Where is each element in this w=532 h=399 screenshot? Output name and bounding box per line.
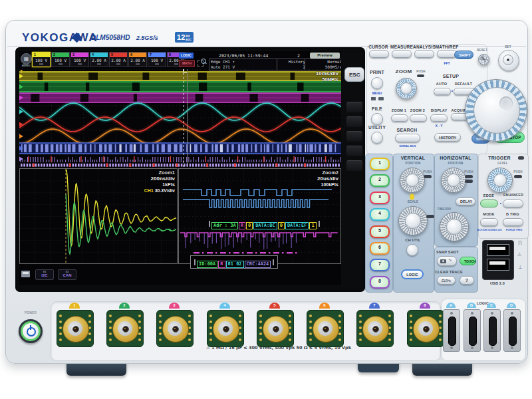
shift-button[interactable]: SHIFT <box>454 51 473 59</box>
force-trig-label: FORCE TRIG <box>503 229 525 231</box>
usb-port-2[interactable] <box>487 259 509 271</box>
channel-2-button[interactable]: 2 <box>370 174 390 187</box>
bnc-contact <box>59 327 62 329</box>
warning-icon: ⚠ <box>517 252 521 257</box>
printer-icon[interactable] <box>21 271 30 277</box>
bnc-pin <box>273 326 279 332</box>
logic-pod-tab-D: D <box>507 303 516 308</box>
ch-util-button[interactable] <box>406 244 418 256</box>
b-trig-label: B TRIG <box>501 212 525 216</box>
channel-5-button[interactable]: 5 <box>370 225 390 238</box>
channel-number: 4 <box>90 53 108 57</box>
edge-button[interactable] <box>480 200 498 207</box>
history-button[interactable]: HISTORY <box>434 133 461 142</box>
channel-scale-value: 2.00 A <box>90 58 108 63</box>
action-gonogo-label: ACTION GO/NO-GO <box>477 229 502 231</box>
channel-number: 1 <box>33 53 50 57</box>
bnc-pin <box>172 326 179 332</box>
delay-button[interactable]: DELAY <box>456 198 475 205</box>
channel-badge-5[interactable]: 52.00 A <box>109 52 128 67</box>
channel-6-button[interactable]: 6 <box>370 242 390 255</box>
auto-button[interactable] <box>434 88 451 95</box>
math-badge[interactable]: MATH <box>179 60 195 67</box>
decode1-segment: R <box>239 222 245 229</box>
b-trig-button[interactable] <box>503 218 523 226</box>
file-button[interactable] <box>371 113 383 125</box>
file-label: FILE <box>369 106 385 112</box>
zoom1-button[interactable] <box>391 114 408 122</box>
enhanced-button[interactable] <box>503 200 523 207</box>
channel-7-button[interactable]: 7 <box>370 259 390 271</box>
bus-type: I2C <box>36 273 53 278</box>
softkey-5[interactable] <box>346 160 362 171</box>
channel-badge-1[interactable]: 1100 V <box>32 52 51 67</box>
time-div-label: TIME/DIV <box>434 208 454 211</box>
display-button[interactable] <box>430 114 448 122</box>
analysis-button[interactable] <box>414 50 434 58</box>
channel-8-button[interactable]: 8 <box>370 276 390 289</box>
softkey-1[interactable] <box>346 102 362 112</box>
zoom1-scale: 30.3V/div <box>155 188 175 193</box>
decode1-segment: 1 <box>309 222 316 229</box>
channel-badge-7[interactable]: 7100 V <box>148 52 166 67</box>
power-button[interactable] <box>19 319 43 343</box>
search-label: SEARCH <box>396 128 418 133</box>
serial-decode-bar-2: ID:00AR01 02CRC:4A24 <box>190 255 278 269</box>
print-button[interactable] <box>371 77 383 89</box>
channel-scale-value: 2.00 A <box>110 58 127 63</box>
zoom1-label: ZOOM 1 <box>390 108 408 112</box>
measure-label: MEASURE <box>390 45 413 49</box>
bus-badge-S2[interactable]: S2CAN <box>58 269 76 280</box>
bnc-contact <box>439 332 442 335</box>
lcd-display: ▦ MENU 1100 V2100 V3100 V42.00 A52.00 A6… <box>19 51 341 285</box>
preview-badge[interactable]: Preview <box>310 53 340 59</box>
zoom-label: ZOOM <box>393 69 414 75</box>
bnc-contact <box>159 327 162 329</box>
cursor-button[interactable] <box>369 50 389 58</box>
printer-small-icon <box>378 97 384 100</box>
pod-screw <box>511 346 513 349</box>
clear-trace-button[interactable]: CLR∿ <box>437 276 456 285</box>
mode-button[interactable] <box>480 218 498 226</box>
channel-badge-3[interactable]: 3100 V <box>70 52 89 67</box>
bnc-contact <box>338 315 341 317</box>
logic-badge[interactable]: LOGIC <box>179 53 194 59</box>
esc-button[interactable]: ESC <box>344 67 364 82</box>
menu-icon[interactable]: ▦ <box>21 53 32 65</box>
channel-badge-4[interactable]: 42.00 A <box>90 52 108 67</box>
zoom2-points: 100kPts <box>272 182 338 188</box>
record-length: 50MPts <box>272 76 338 82</box>
bnc-contact <box>338 338 341 341</box>
acq-mode: Normal <box>307 59 341 65</box>
softkey-4[interactable] <box>346 146 362 156</box>
trigger-position-marker[interactable]: T <box>20 69 23 74</box>
usb-port-1[interactable] <box>487 244 509 256</box>
channel-3-button[interactable]: 3 <box>370 192 390 204</box>
reset-label: RESET <box>474 49 490 53</box>
bnc-tab-ch8: 8 <box>420 303 430 309</box>
help-button[interactable]: ? <box>460 276 474 285</box>
zoom1-channel: CH1 <box>144 188 154 193</box>
zoom2-button[interactable] <box>410 114 427 122</box>
utility-button[interactable] <box>371 132 383 144</box>
adc-badge: 12 bit ADC <box>175 32 194 43</box>
touch-button[interactable]: TOUCH <box>460 257 476 265</box>
channel-4-button[interactable]: 4 <box>370 208 390 221</box>
snap-shot-button[interactable]: ∿ <box>437 256 457 266</box>
zoom-search-icon[interactable] <box>197 59 206 67</box>
clear-trace-label: CLEAR TRACE <box>434 270 464 274</box>
bnc-contact <box>309 321 312 323</box>
jog-dimple[interactable] <box>499 96 513 110</box>
bnc-pin <box>122 326 129 332</box>
softkey-2[interactable] <box>346 116 362 127</box>
channel-1-button[interactable]: 1 <box>370 158 390 170</box>
logic-button[interactable]: LOGIC <box>401 269 424 279</box>
softkey-3[interactable] <box>346 131 362 142</box>
measure-button[interactable] <box>392 50 412 58</box>
channel-badge-2[interactable]: 2100 V <box>51 52 70 67</box>
search-button[interactable] <box>395 134 420 142</box>
bus-badge-S1[interactable]: S1I2C <box>35 269 54 280</box>
bnc-connector-ch6 <box>307 310 344 347</box>
decode-end-tick <box>194 259 196 265</box>
channel-badge-6[interactable]: 62.00 A <box>128 52 147 67</box>
